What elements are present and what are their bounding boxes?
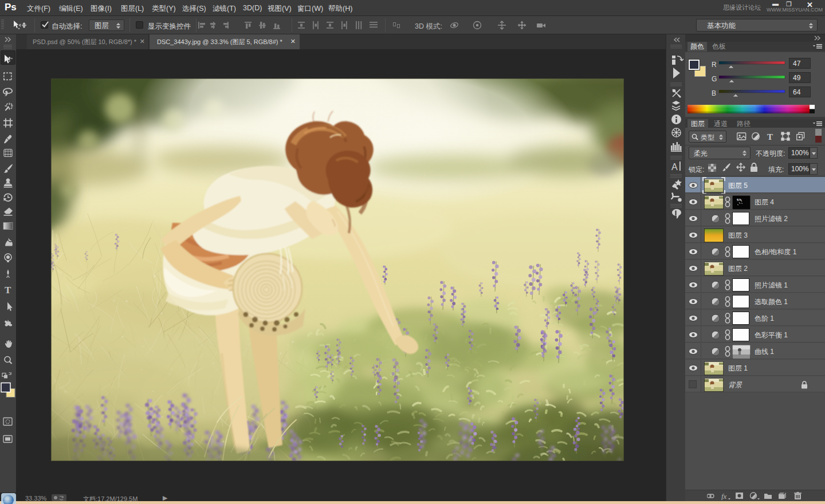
- svg-text:5%: 5%: [737, 198, 742, 202]
- svg-text:A: A: [671, 162, 678, 172]
- svg-text:T: T: [5, 285, 11, 296]
- svg-text:fx: fx: [721, 492, 727, 500]
- svg-text:T: T: [767, 132, 773, 141]
